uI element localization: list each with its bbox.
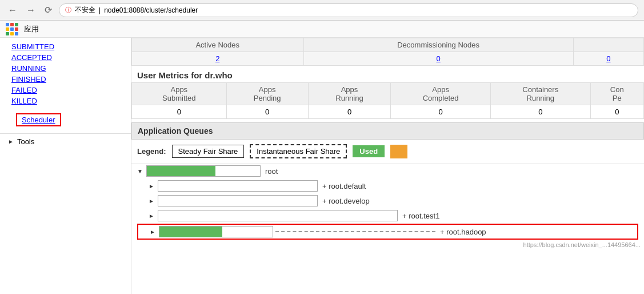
url-bar[interactable]: ⓘ 不安全 | node01:8088/cluster/scheduler — [59, 3, 638, 17]
queue-fill-hadoop — [159, 227, 222, 237]
legend-label: Legend: — [137, 147, 166, 156]
security-text: 不安全 — [75, 5, 95, 15]
sidebar-link-failed[interactable]: FAILED — [0, 85, 131, 96]
main-layout: SUBMITTED ACCEPTED RUNNING FINISHED FAIL… — [0, 38, 644, 294]
used-badge: Used — [353, 145, 385, 157]
scheduler-box: Scheduler — [16, 113, 61, 126]
header-containers-pe: ConPe — [590, 83, 643, 105]
browser-chrome: ← → ⟳ ⓘ 不安全 | node01:8088/cluster/schedu… — [0, 0, 644, 21]
header-submitted: AppsSubmitted — [132, 83, 227, 105]
queue-row-default: ► + root.default — [137, 178, 638, 193]
sidebar-link-running[interactable]: RUNNING — [0, 63, 131, 74]
sidebar-link-finished[interactable]: FINISHED — [0, 74, 131, 85]
queue-fill-root — [147, 166, 215, 176]
user-metrics-table: AppsSubmitted AppsPending AppsRunning Ap… — [131, 82, 644, 119]
decommissioning-header: Decommissioning Nodes — [303, 38, 573, 52]
content-area: Active Nodes Decommissioning Nodes 2 0 0… — [131, 38, 644, 294]
queue-name-default: + root.default — [322, 182, 366, 190]
active-link[interactable]: 0 — [303, 52, 573, 66]
scheduler-link[interactable]: Scheduler — [22, 116, 55, 124]
watermark: https://blog.csdn.net/weixin_...14495664… — [131, 240, 644, 249]
queue-bar-root — [146, 165, 261, 177]
queue-row-hadoop: ► + root.hadoop — [137, 224, 638, 240]
decommissioning-link[interactable]: 0 — [573, 52, 643, 66]
header-running: AppsRunning — [308, 83, 391, 105]
user-metrics-title: User Metrics for dr.who — [131, 66, 644, 82]
forward-button[interactable]: → — [24, 3, 38, 18]
sidebar: SUBMITTED ACCEPTED RUNNING FINISHED FAIL… — [0, 38, 131, 294]
url-separator: | — [99, 6, 101, 14]
back-button[interactable]: ← — [6, 3, 19, 18]
nodes-table: Active Nodes Decommissioning Nodes 2 0 0 — [131, 38, 644, 66]
tools-label: Tools — [17, 137, 34, 146]
sidebar-link-submitted[interactable]: SUBMITTED — [0, 41, 131, 52]
bookmarks-bar: 应用 — [0, 21, 644, 38]
dotted-extension — [275, 231, 435, 232]
val-completed: 0 — [391, 105, 491, 119]
val-running: 0 — [308, 105, 391, 119]
orange-indicator — [390, 145, 407, 158]
active-nodes-header: Active Nodes — [132, 38, 304, 52]
queue-toggle-develop[interactable]: ► — [149, 198, 155, 204]
queue-toggle-root[interactable]: ▼ — [137, 168, 144, 174]
header-completed: AppsCompleted — [391, 83, 491, 105]
tools-triangle-icon: ► — [8, 138, 14, 145]
queue-toggle-test1[interactable]: ► — [149, 213, 155, 219]
queue-name-root: root — [265, 167, 278, 176]
queue-bar-test1 — [158, 210, 398, 221]
instantaneous-fair-share-badge: Instantaneous Fair Share — [250, 144, 347, 158]
app-queues-header: Application Queues — [131, 122, 644, 140]
queue-tree: ▼ root ► + root.default ► + r — [131, 164, 644, 240]
apps-grid-icon — [6, 23, 18, 35]
url-text: node01:8088/cluster/scheduler — [104, 6, 198, 14]
queue-row-test1: ► + root.test1 — [137, 208, 638, 223]
refresh-button[interactable]: ⟳ — [42, 2, 54, 18]
apps-label: 应用 — [24, 24, 39, 34]
steady-fair-share-badge: Steady Fair Share — [172, 145, 245, 158]
header-containers: ContainersRunning — [490, 83, 590, 105]
sidebar-link-accepted[interactable]: ACCEPTED — [0, 52, 131, 63]
security-icon: ⓘ — [65, 6, 71, 14]
val-containers-pe: 0 — [590, 105, 643, 119]
tools-section[interactable]: ► Tools — [0, 133, 131, 149]
header-pending: AppsPending — [226, 83, 308, 105]
queue-bar-develop — [158, 195, 318, 206]
queue-row-develop: ► + root.develop — [137, 193, 638, 208]
queue-name-develop: + root.develop — [322, 197, 370, 205]
queue-row-root: ▼ root — [137, 164, 638, 178]
queue-toggle-hadoop[interactable]: ► — [150, 229, 157, 235]
queue-name-hadoop: + root.hadoop — [440, 228, 486, 236]
queue-bar-hadoop — [159, 226, 273, 237]
queue-name-test1: + root.test1 — [402, 212, 439, 220]
val-pending: 0 — [226, 105, 308, 119]
legend-row: Legend: Steady Fair Share Instantaneous … — [131, 140, 644, 164]
extra-header — [573, 38, 643, 52]
val-submitted: 0 — [132, 105, 227, 119]
queue-toggle-default[interactable]: ► — [149, 183, 155, 189]
sidebar-link-killed[interactable]: KILLED — [0, 96, 131, 106]
val-containers: 0 — [490, 105, 590, 119]
queue-bar-default — [158, 180, 318, 192]
active-count[interactable]: 2 — [132, 52, 304, 66]
